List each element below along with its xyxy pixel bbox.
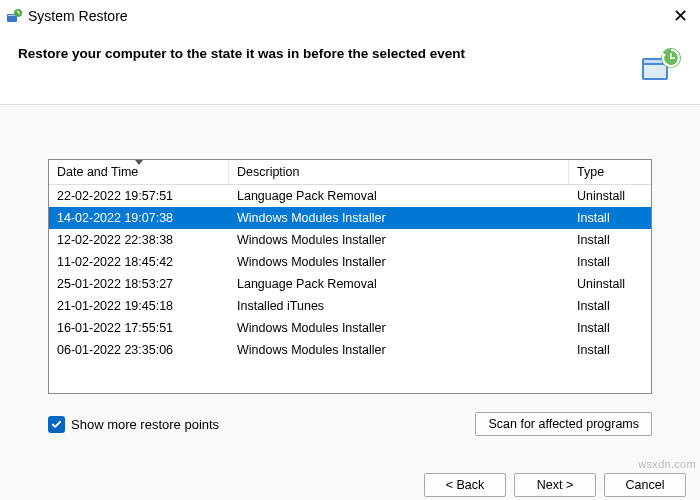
table-row[interactable]: 14-02-2022 19:07:38Windows Modules Insta… — [49, 207, 651, 229]
content-area: Date and Time Description Type 22-02-202… — [0, 105, 700, 463]
cancel-button[interactable]: Cancel — [604, 473, 686, 497]
column-date[interactable]: Date and Time — [49, 160, 229, 184]
cell-date: 22-02-2022 19:57:51 — [49, 185, 229, 207]
restore-icon — [6, 8, 22, 24]
table-body: 22-02-2022 19:57:51Language Pack Removal… — [49, 185, 651, 361]
cell-date: 12-02-2022 22:38:38 — [49, 229, 229, 251]
cell-type: Install — [569, 295, 651, 317]
cell-type: Install — [569, 229, 651, 251]
cell-date: 06-01-2022 23:35:06 — [49, 339, 229, 361]
cell-type: Install — [569, 317, 651, 339]
svg-rect-5 — [644, 65, 666, 78]
cell-date: 14-02-2022 19:07:38 — [49, 207, 229, 229]
cell-type: Install — [569, 251, 651, 273]
title-bar: System Restore ✕ — [0, 0, 700, 32]
page-heading: Restore your computer to the state it wa… — [18, 44, 638, 61]
table-row[interactable]: 06-01-2022 23:35:06Windows Modules Insta… — [49, 339, 651, 361]
show-more-label: Show more restore points — [71, 417, 219, 432]
column-description[interactable]: Description — [229, 160, 569, 184]
table-header: Date and Time Description Type — [49, 160, 651, 185]
cell-desc: Windows Modules Installer — [229, 251, 569, 273]
table-footer-controls: Show more restore points Scan for affect… — [48, 412, 652, 436]
cell-desc: Windows Modules Installer — [229, 317, 569, 339]
cell-date: 21-01-2022 19:45:18 — [49, 295, 229, 317]
cell-type: Install — [569, 207, 651, 229]
cell-desc: Windows Modules Installer — [229, 339, 569, 361]
cell-type: Install — [569, 339, 651, 361]
cell-desc: Language Pack Removal — [229, 185, 569, 207]
show-more-wrap[interactable]: Show more restore points — [48, 416, 219, 433]
table-row[interactable]: 21-01-2022 19:45:18Installed iTunesInsta… — [49, 295, 651, 317]
close-button[interactable]: ✕ — [668, 5, 692, 27]
cell-desc: Language Pack Removal — [229, 273, 569, 295]
table-row[interactable]: 25-01-2022 18:53:27Language Pack Removal… — [49, 273, 651, 295]
cell-date: 16-01-2022 17:55:51 — [49, 317, 229, 339]
show-more-checkbox[interactable] — [48, 416, 65, 433]
cell-date: 25-01-2022 18:53:27 — [49, 273, 229, 295]
table-row[interactable]: 12-02-2022 22:38:38Windows Modules Insta… — [49, 229, 651, 251]
cell-date: 11-02-2022 18:45:42 — [49, 251, 229, 273]
cell-type: Uninstall — [569, 273, 651, 295]
table-row[interactable]: 16-01-2022 17:55:51Windows Modules Insta… — [49, 317, 651, 339]
cell-desc: Installed iTunes — [229, 295, 569, 317]
table-row[interactable]: 22-02-2022 19:57:51Language Pack Removal… — [49, 185, 651, 207]
cell-desc: Windows Modules Installer — [229, 229, 569, 251]
wizard-footer: < Back Next > Cancel — [0, 463, 700, 500]
next-button[interactable]: Next > — [514, 473, 596, 497]
cell-desc: Windows Modules Installer — [229, 207, 569, 229]
window-title: System Restore — [28, 8, 668, 24]
header: Restore your computer to the state it wa… — [0, 32, 700, 104]
cell-type: Uninstall — [569, 185, 651, 207]
restore-points-table: Date and Time Description Type 22-02-202… — [48, 159, 652, 394]
scan-affected-button[interactable]: Scan for affected programs — [475, 412, 652, 436]
back-button[interactable]: < Back — [424, 473, 506, 497]
restore-large-icon — [638, 44, 682, 88]
table-row[interactable]: 11-02-2022 18:45:42Windows Modules Insta… — [49, 251, 651, 273]
column-type[interactable]: Type — [569, 160, 651, 184]
